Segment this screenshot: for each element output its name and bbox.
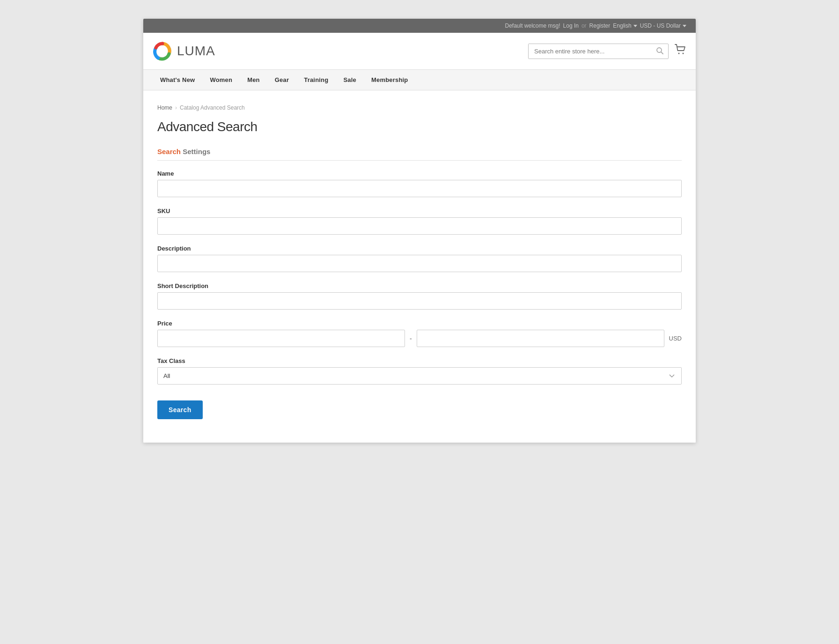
description-label: Description — [157, 245, 682, 252]
page-wrapper: Default welcome msg! Log In or Register … — [143, 19, 696, 443]
nav-item-membership[interactable]: Membership — [364, 70, 416, 90]
cart-icon[interactable] — [674, 44, 686, 59]
search-settings-heading: Search Settings — [157, 148, 682, 161]
svg-point-3 — [678, 53, 680, 54]
svg-line-2 — [661, 52, 663, 54]
short-description-input[interactable] — [157, 292, 682, 310]
language-chevron-icon — [633, 25, 637, 27]
svg-point-4 — [683, 53, 684, 54]
short-description-label: Short Description — [157, 282, 682, 289]
advanced-search-form: Name SKU Description Short Description P… — [157, 170, 682, 419]
nav-bar: What's New Women Men Gear Training Sale … — [143, 70, 696, 90]
login-link[interactable]: Log In — [563, 22, 579, 29]
description-field: Description — [157, 245, 682, 272]
main-content: Home › Catalog Advanced Search Advanced … — [143, 90, 696, 443]
welcome-message: Default welcome msg! — [505, 22, 560, 29]
language-dropdown[interactable]: English — [613, 22, 637, 29]
price-label: Price — [157, 320, 682, 327]
price-to-input[interactable] — [417, 330, 664, 347]
cart-svg-icon — [674, 44, 686, 56]
language-label: English — [613, 22, 631, 29]
currency-dropdown[interactable]: USD - US Dollar — [640, 22, 686, 29]
name-label: Name — [157, 170, 682, 177]
breadcrumb-separator: › — [175, 104, 177, 111]
nav-item-gear[interactable]: Gear — [267, 70, 296, 90]
page-title: Advanced Search — [157, 119, 682, 134]
search-icon — [656, 47, 663, 54]
breadcrumb-home[interactable]: Home — [157, 104, 172, 111]
header-right — [528, 44, 686, 59]
search-button[interactable]: Search — [157, 400, 203, 419]
currency-chevron-icon — [683, 25, 686, 27]
nav-item-men[interactable]: Men — [240, 70, 267, 90]
sku-label: SKU — [157, 207, 682, 215]
price-from-input[interactable] — [157, 330, 405, 347]
store-search-button[interactable] — [651, 44, 668, 59]
sku-input[interactable] — [157, 217, 682, 235]
nav-item-training[interactable]: Training — [296, 70, 336, 90]
header: LUMA — [143, 33, 696, 70]
tax-class-field: Tax Class All — [157, 357, 682, 385]
or-separator: or — [581, 22, 587, 29]
price-field: Price - USD — [157, 320, 682, 347]
currency-label: USD - US Dollar — [640, 22, 681, 29]
name-field: Name — [157, 170, 682, 197]
name-input[interactable] — [157, 180, 682, 197]
short-description-field: Short Description — [157, 282, 682, 310]
sku-field: SKU — [157, 207, 682, 235]
logo-text: LUMA — [177, 44, 215, 59]
nav-item-women[interactable]: Women — [202, 70, 240, 90]
breadcrumb-current: Catalog Advanced Search — [180, 104, 245, 111]
tax-class-label: Tax Class — [157, 357, 682, 364]
price-range: - USD — [157, 330, 682, 347]
price-currency: USD — [669, 335, 682, 342]
nav-item-whats-new[interactable]: What's New — [153, 70, 202, 90]
top-bar: Default welcome msg! Log In or Register … — [143, 19, 696, 33]
luma-logo-icon — [153, 41, 172, 61]
search-settings-highlight: Search — [157, 148, 181, 155]
price-separator: - — [410, 335, 412, 342]
description-input[interactable] — [157, 255, 682, 272]
tax-class-select[interactable]: All — [157, 367, 682, 385]
register-link[interactable]: Register — [589, 22, 611, 29]
logo-area[interactable]: LUMA — [153, 41, 215, 61]
breadcrumb: Home › Catalog Advanced Search — [157, 104, 682, 111]
nav-item-sale[interactable]: Sale — [336, 70, 364, 90]
store-search-input[interactable] — [529, 44, 651, 59]
store-search-bar[interactable] — [528, 44, 669, 59]
